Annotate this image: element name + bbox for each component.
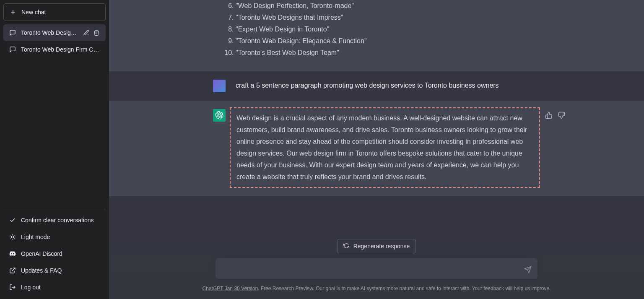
external-link-icon <box>9 267 16 274</box>
user-message: craft a 5 sentence paragraph promoting w… <box>109 71 644 101</box>
sidebar-divider <box>3 209 106 209</box>
footer-note: ChatGPT Jan 30 Version. Free Research Pr… <box>203 286 551 291</box>
assistant-message: "Web Design Perfection, Toronto-made" "T… <box>109 0 644 71</box>
logout-button[interactable]: Log out <box>3 279 106 296</box>
main-area: "Web Design Perfection, Toronto-made" "T… <box>109 0 644 299</box>
footer-item-label: Log out <box>21 284 41 291</box>
svg-line-10 <box>14 235 15 235</box>
conversation-area: "Web Design Perfection, Toronto-made" "T… <box>109 0 644 234</box>
version-link[interactable]: ChatGPT Jan 30 Version <box>203 286 258 291</box>
list-item: "Toronto Web Designs that Impress" <box>236 12 540 23</box>
highlighted-paragraph: Web design is a crucial aspect of any mo… <box>230 107 540 188</box>
refresh-icon <box>343 243 350 250</box>
numbered-list: "Web Design Perfection, Toronto-made" "T… <box>236 0 540 59</box>
sidebar-chat-item[interactable]: Toronto Web Design Sl <box>3 24 106 41</box>
chat-list: Toronto Web Design Sl Toronto Web Design… <box>3 24 106 206</box>
svg-line-5 <box>10 235 11 235</box>
message-input[interactable] <box>216 258 538 279</box>
assistant-message: Web design is a crucial aspect of any mo… <box>109 101 644 196</box>
user-avatar <box>213 80 226 92</box>
chat-icon <box>9 29 16 36</box>
bottom-area: Regenerate response ChatGPT Jan 30 Versi… <box>109 234 644 299</box>
send-icon[interactable] <box>524 266 532 273</box>
updates-faq-button[interactable]: Updates & FAQ <box>3 262 106 279</box>
list-item: "Web Design Perfection, Toronto-made" <box>236 0 540 12</box>
plus-icon <box>10 9 16 16</box>
svg-point-2 <box>11 236 13 238</box>
sidebar-footer: Confirm clear conversations Light mode O… <box>3 212 106 296</box>
light-mode-button[interactable]: Light mode <box>3 229 106 245</box>
regenerate-label: Regenerate response <box>353 243 410 250</box>
sidebar-chat-item[interactable]: Toronto Web Design Firm CTA <box>3 41 106 58</box>
user-message-text: craft a 5 sentence paragraph promoting w… <box>236 80 540 92</box>
list-item: "Expert Web Design in Toronto" <box>236 23 540 35</box>
input-container <box>216 258 538 281</box>
sidebar: New chat Toronto Web Design Sl Toronto W… <box>0 0 109 299</box>
discord-button[interactable]: OpenAI Discord <box>3 245 106 262</box>
chat-icon <box>9 46 16 53</box>
svg-line-9 <box>10 239 11 239</box>
disclaimer-text: . Free Research Preview. Our goal is to … <box>258 286 551 291</box>
svg-line-11 <box>12 268 15 271</box>
thumbs-up-icon[interactable] <box>545 112 553 119</box>
list-item: "Toronto Web Design: Elegance & Function… <box>236 35 540 47</box>
trash-icon[interactable] <box>93 29 100 36</box>
confirm-clear-conversations[interactable]: Confirm clear conversations <box>3 212 106 229</box>
edit-icon[interactable] <box>83 29 90 36</box>
regenerate-button[interactable]: Regenerate response <box>337 239 416 253</box>
footer-item-label: Confirm clear conversations <box>21 217 94 224</box>
svg-line-6 <box>14 239 15 239</box>
new-chat-button[interactable]: New chat <box>3 3 106 21</box>
check-icon <box>9 217 16 224</box>
assistant-avatar <box>213 109 226 122</box>
thumbs-down-icon[interactable] <box>558 112 565 119</box>
feedback-buttons <box>545 112 565 119</box>
list-item: "Toronto's Best Web Design Team" <box>236 47 540 59</box>
footer-item-label: Updates & FAQ <box>21 267 62 274</box>
sun-icon <box>9 234 16 240</box>
new-chat-label: New chat <box>21 9 46 16</box>
footer-item-label: OpenAI Discord <box>21 250 62 257</box>
chat-item-label: Toronto Web Design Firm CTA <box>21 46 100 53</box>
chat-item-label: Toronto Web Design Sl <box>21 29 78 36</box>
footer-item-label: Light mode <box>21 234 50 240</box>
logout-icon <box>9 284 16 291</box>
discord-icon <box>9 250 16 257</box>
